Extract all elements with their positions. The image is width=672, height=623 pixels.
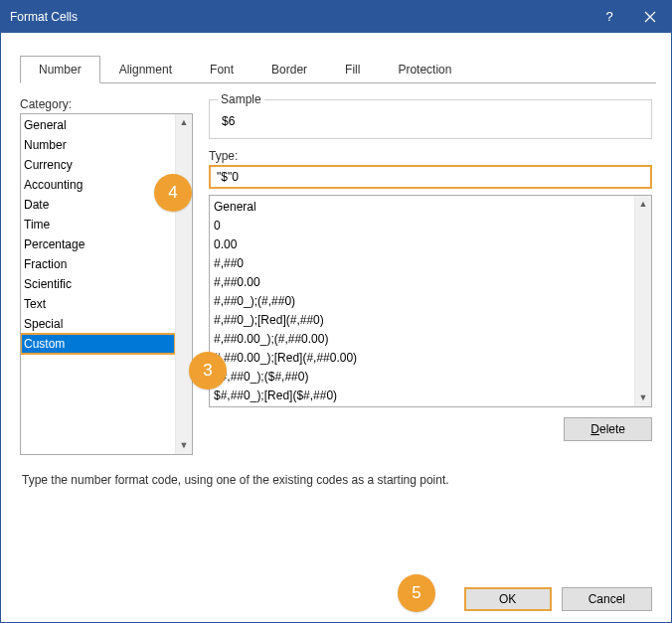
ok-button[interactable]: OK	[464, 587, 552, 611]
tab-font[interactable]: Font	[191, 56, 252, 83]
scrollbar[interactable]: ▲ ▼	[634, 196, 651, 406]
dialog-footer: OK Cancel	[0, 587, 672, 611]
type-label: Type:	[209, 149, 652, 163]
category-item[interactable]: Text	[21, 294, 175, 314]
scrollbar[interactable]: ▲ ▼	[175, 114, 192, 454]
scroll-down-icon[interactable]: ▼	[639, 393, 648, 402]
type-option[interactable]: General	[214, 198, 630, 217]
sample-value: $6	[220, 114, 641, 128]
type-option[interactable]: #,##0.00_);(#,##0.00)	[214, 330, 630, 349]
category-listbox[interactable]: General Number Currency Accounting Date …	[20, 113, 193, 455]
type-option[interactable]: $#,##0_);[Red]($#,##0)	[214, 387, 630, 405]
scroll-up-icon[interactable]: ▲	[180, 118, 189, 127]
category-item[interactable]: Number	[21, 135, 175, 155]
type-option[interactable]: #,##0_);[Red](#,##0)	[214, 311, 630, 330]
type-option[interactable]: #,##0_);(#,##0)	[214, 292, 630, 311]
scroll-up-icon[interactable]: ▲	[639, 200, 648, 209]
type-option[interactable]: #,##0.00	[214, 273, 630, 292]
type-option[interactable]: $#,##0_);($#,##0)	[214, 368, 630, 387]
annotation-4: 4	[154, 174, 192, 212]
category-item[interactable]: Accounting	[21, 175, 175, 195]
titlebar: Format Cells ?	[0, 0, 672, 33]
help-button[interactable]: ?	[591, 0, 627, 33]
category-item[interactable]: General	[21, 115, 175, 135]
cancel-button[interactable]: Cancel	[562, 587, 652, 611]
tab-fill[interactable]: Fill	[326, 56, 379, 83]
category-label: Category:	[20, 97, 193, 111]
tab-border[interactable]: Border	[252, 56, 326, 83]
type-option[interactable]: #,##0.00_);[Red](#,##0.00)	[214, 349, 630, 368]
close-button[interactable]	[627, 0, 672, 33]
type-option[interactable]: 0.00	[214, 235, 630, 254]
category-item[interactable]: Fraction	[21, 254, 175, 274]
type-option[interactable]: 0	[214, 217, 630, 235]
type-option[interactable]: #,##0	[214, 254, 630, 273]
window-title: Format Cells	[10, 10, 78, 24]
tab-alignment[interactable]: Alignment	[100, 56, 191, 83]
category-item-selected[interactable]: Custom	[21, 334, 175, 354]
category-item[interactable]: Scientific	[21, 274, 175, 294]
type-input[interactable]	[209, 165, 652, 189]
scroll-down-icon[interactable]: ▼	[180, 441, 189, 450]
help-text: Type the number format code, using one o…	[22, 473, 650, 487]
category-item[interactable]: Date	[21, 195, 175, 215]
delete-button[interactable]: Delete	[564, 417, 652, 441]
type-listbox[interactable]: General 0 0.00 #,##0 #,##0.00 #,##0_);(#…	[209, 195, 652, 407]
tab-number[interactable]: Number	[20, 56, 100, 83]
category-item[interactable]: Special	[21, 314, 175, 334]
tab-protection[interactable]: Protection	[379, 56, 470, 83]
sample-legend: Sample	[218, 92, 264, 106]
sample-group: Sample $6	[209, 99, 652, 139]
category-item[interactable]: Time	[21, 215, 175, 234]
annotation-3: 3	[189, 352, 227, 389]
category-item[interactable]: Percentage	[21, 234, 175, 254]
annotation-5: 5	[398, 574, 435, 612]
category-item[interactable]: Currency	[21, 155, 175, 175]
tabs: Number Alignment Font Border Fill Protec…	[20, 55, 656, 83]
